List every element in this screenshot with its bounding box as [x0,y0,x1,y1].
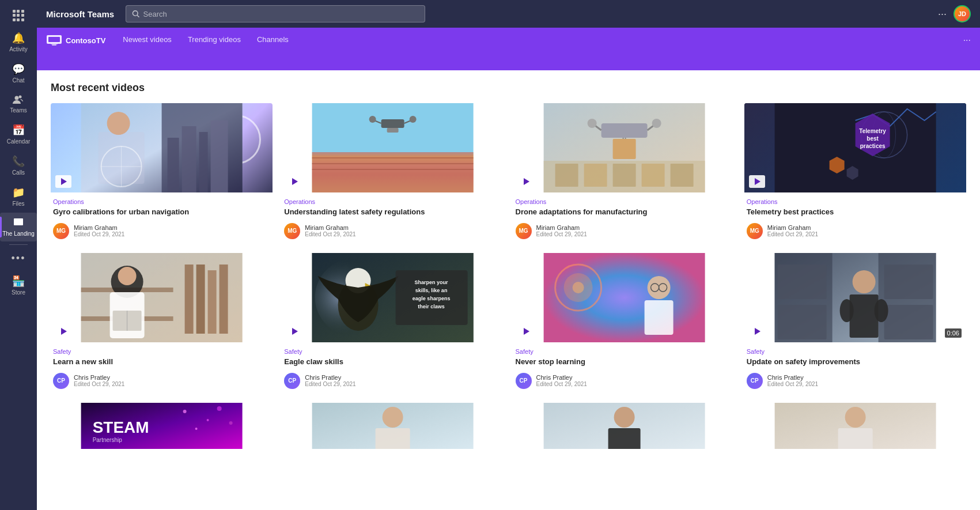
video-card-v3[interactable]: Operations Drone adaptations for manufac… [513,103,735,244]
sidebar-item-store[interactable]: 🏪 Store [0,270,37,300]
author-avatar-v5: CP [53,373,69,389]
sidebar-item-activity[interactable]: 🔔 Activity [0,27,37,57]
sub-nav-newest[interactable]: Newest videos [115,28,180,53]
thumb-art-safety [744,253,966,342]
thumb-art-skill [51,253,273,342]
calendar-icon: 📅 [12,124,25,137]
video-category-v4: Operations [747,198,964,205]
sidebar-item-the-landing[interactable]: The Landing [0,213,37,241]
search-icon [132,10,139,18]
video-card-v7[interactable]: Safety Never stop learning CP Chris Prat… [513,253,735,394]
search-input[interactable] [143,10,419,18]
svg-point-97 [839,299,853,322]
svg-point-64 [118,267,137,285]
video-info-v1: Operations Gyro calibrations for urban n… [51,192,273,244]
play-button-v7[interactable] [518,325,534,338]
svg-point-3 [133,11,138,16]
svg-point-24 [369,116,376,123]
play-button-v1[interactable] [55,175,71,188]
svg-point-103 [195,428,198,430]
sidebar-item-calls[interactable]: 📞 Calls [0,150,37,180]
video-author-row-v3: MG Miriam Graham Edited Oct 29, 2021 [516,223,733,239]
video-info-v3: Operations Drone adaptations for manufac… [513,192,735,244]
video-title-v1: Gyro calibrations for urban navigation [53,207,270,217]
author-name-v2: Miriam Graham [305,224,355,231]
video-card-v8[interactable]: 0:06 Safety Update on safety improvement… [744,253,966,394]
video-thumbnail-v9: STEAM Partnership [51,403,273,449]
play-triangle-v1 [61,178,67,185]
video-title-v5: Learn a new skill [53,357,270,367]
video-card-v11[interactable] [513,403,735,449]
svg-point-111 [614,407,634,428]
video-card-v5[interactable]: Safety Learn a new skill CP Chris Pratle… [51,253,273,394]
sidebar-item-activity-wrapper: 🔔 Activity [0,27,37,58]
video-info-v5: Safety Learn a new skill CP Chris Pratle… [51,342,273,394]
sidebar-item-files[interactable]: 📁 Files [0,182,37,211]
sub-nav-channels[interactable]: Channels [249,28,297,53]
sidebar-item-teams[interactable]: Teams [0,89,37,118]
video-title-v4: Telemetry best practices [747,207,964,217]
video-thumbnail-v2 [282,103,504,192]
svg-rect-115 [838,428,872,449]
svg-rect-13 [199,132,208,192]
sidebar-item-more[interactable]: ••• [0,248,37,269]
svg-text:Sharpen your: Sharpen your [415,279,449,285]
author-avatar-v6: CP [284,373,300,389]
video-card-v9[interactable]: STEAM Partnership [51,403,273,449]
sidebar-item-chat[interactable]: 💬 Chat [0,58,37,88]
play-button-v5[interactable] [55,325,71,338]
play-triangle-v3 [524,178,529,185]
thumb-art-mfg [513,103,735,192]
video-category-v8: Safety [747,348,964,355]
video-thumbnail-v1 [51,103,273,192]
sub-nav-trending[interactable]: Trending videos [180,28,249,53]
sub-nav-more-button[interactable]: ··· [963,35,971,46]
sidebar-item-calendar[interactable]: 📅 Calendar [0,119,37,149]
svg-rect-12 [182,126,196,192]
play-button-v3[interactable] [518,175,534,188]
sidebar-divider [9,244,28,245]
sidebar-label-calls: Calls [12,169,25,176]
video-title-v8: Update on safety improvements [747,357,964,367]
contoso-tv-logo[interactable]: ContosoTV [46,35,105,46]
video-card-v12[interactable] [744,403,966,449]
play-button-v6[interactable] [286,325,302,338]
svg-rect-84 [644,300,673,335]
video-card-v1[interactable]: Operations Gyro calibrations for urban n… [51,103,273,244]
sidebar-label-files: Files [12,201,24,207]
user-avatar[interactable]: JD [953,5,971,22]
author-info-v7: Chris Pratley Edited Oct 29, 2021 [536,374,587,387]
video-card-v4[interactable]: Telemetry best practices Operations Tele… [744,103,966,244]
video-category-v3: Operations [516,198,733,205]
sidebar-item-apps[interactable] [0,5,37,26]
video-card-v10[interactable] [282,403,504,449]
video-card-v6[interactable]: Sharpen your skills, like an eagle sharp… [282,253,504,394]
sidebar-label-activity: Activity [9,46,28,52]
svg-text:STEAM: STEAM [93,418,149,436]
play-triangle-v5 [61,328,67,335]
video-card-v2[interactable]: Operations Understanding latest safety r… [282,103,504,244]
author-avatar-v1: MG [53,223,69,239]
svg-rect-46 [774,103,936,192]
video-author-row-v1: MG Miriam Graham Edited Oct 29, 2021 [53,223,270,239]
author-date-v3: Edited Oct 29, 2021 [536,231,587,237]
svg-point-104 [229,421,233,425]
sidebar-label-chat: Chat [12,77,24,84]
sidebar-item-teams-wrapper: Teams [0,89,37,119]
header-more-button[interactable]: ··· [938,8,947,20]
header-right: ··· JD [938,5,971,22]
svg-rect-60 [220,265,228,334]
video-author-row-v8: CP Chris Pratley Edited Oct 29, 2021 [747,373,964,389]
video-thumbnail-v7 [513,253,735,342]
svg-rect-2 [14,218,23,225]
thumb-art-gyro [51,103,273,192]
play-button-v8[interactable] [749,325,765,338]
author-info-v4: Miriam Graham Edited Oct 29, 2021 [767,224,818,237]
play-button-v4[interactable] [749,175,765,188]
author-info-v8: Chris Pratley Edited Oct 29, 2021 [767,374,818,387]
search-box[interactable] [126,5,425,22]
video-title-v7: Never stop learning [516,357,733,367]
svg-point-98 [874,299,888,322]
play-button-v2[interactable] [286,175,302,188]
main-area: Microsoft Teams ··· JD ContosoTV Newest … [37,0,980,510]
